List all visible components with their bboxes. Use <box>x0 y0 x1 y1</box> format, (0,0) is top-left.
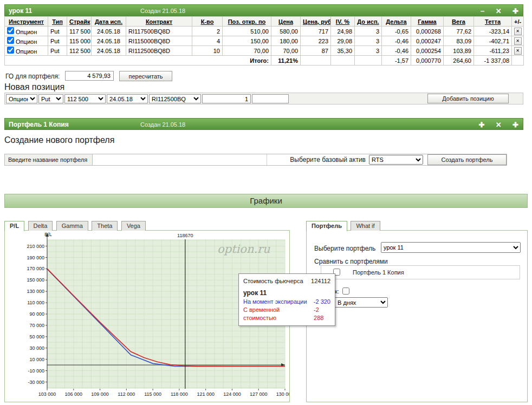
portfolio-select[interactable]: урок 11 <box>381 242 521 253</box>
col-header-theta[interactable]: Тетта <box>474 17 512 27</box>
price-input[interactable] <box>252 94 289 103</box>
svg-text:118 000: 118 000 <box>171 391 188 397</box>
delete-position-button[interactable]: ✕ <box>514 47 522 55</box>
contract-select[interactable]: RI112500BQ <box>149 94 201 103</box>
svg-text:50 000: 50 000 <box>29 334 44 339</box>
col-header-qty[interactable]: К-во <box>192 17 223 27</box>
page: урок 11 Создан 21.05.18 − ✕ ✚ Инструмент… <box>0 0 532 405</box>
svg-text:127 000: 127 000 <box>250 391 268 397</box>
totals-row: Итого: 11,21% -1,57 0,000770 264,60 -1 3… <box>5 56 524 66</box>
date-cell: 24.05.18 <box>92 46 126 56</box>
svg-text:170 000: 170 000 <box>27 266 44 271</box>
col-header-gamma[interactable]: Гамма <box>411 17 444 27</box>
contract-cell: RI117500BQ8D <box>126 27 192 36</box>
col-header-delta[interactable]: Дельта <box>382 17 411 27</box>
svg-text:106 000: 106 000 <box>65 391 83 397</box>
instrument-select[interactable]: Опцион <box>6 94 37 103</box>
position-row: Опцион Put 115 000 24.05.18 RI115000BQ8D… <box>5 36 524 46</box>
portfolio2-panel-header: Портфель 1 Копия Создан 21.05.18 ✚ ✕ ✚ <box>4 118 523 130</box>
type-cell: Put <box>48 36 67 46</box>
position-enabled-checkbox[interactable] <box>7 37 14 44</box>
contract-cell: RI112500BQ8D <box>126 46 192 56</box>
type-cell: Put <box>48 27 67 36</box>
collapse-icon[interactable]: − <box>481 7 485 15</box>
add-position-button[interactable]: Добавить позицию <box>427 94 509 103</box>
price-rub-cell: 223 <box>301 36 331 46</box>
charts-section-header: Графики <box>4 194 528 208</box>
days-cell: 3 <box>355 36 382 46</box>
svg-text:P/L: P/L <box>44 232 52 237</box>
add-icon[interactable]: ✚ <box>512 121 518 129</box>
col-header-exp-date[interactable]: Дата исп. <box>92 17 126 27</box>
compare-portfolios-label: Сравнить с портфелями <box>314 258 388 265</box>
strike-select[interactable]: 112 500 <box>64 94 106 103</box>
svg-text:130 000: 130 000 <box>27 289 44 294</box>
option-type-select[interactable]: Put <box>38 94 63 103</box>
tab-vega[interactable]: Vega <box>121 221 146 231</box>
svg-text:30 000: 30 000 <box>29 345 44 351</box>
col-header-price[interactable]: Цена <box>271 17 301 27</box>
position-row: Опцион Put 112 500 24.05.18 RI112500BQ8D… <box>5 46 524 56</box>
new-portfolio-form: Введите название портфеля Выберите базов… <box>4 154 507 166</box>
gamma-cell: 0,000247 <box>411 36 444 46</box>
col-header-price-rub[interactable]: Цена, руб. <box>301 17 331 27</box>
tab-portfolio[interactable]: Портфель <box>306 221 347 231</box>
col-header-days[interactable]: До исп. <box>355 17 382 27</box>
margin-row: ГО для портфеля: пересчитать <box>4 71 523 82</box>
vega-cell: 77,62 <box>444 27 474 36</box>
col-header-open-price[interactable]: Поз. откр. по <box>223 17 271 27</box>
partial-checkbox[interactable] <box>342 288 349 295</box>
delete-position-button[interactable]: ✕ <box>514 28 522 35</box>
delete-position-button[interactable]: ✕ <box>514 37 522 45</box>
portfolio-name-input[interactable] <box>93 154 267 165</box>
col-header-type[interactable]: Тип <box>48 17 67 27</box>
quantity-input[interactable] <box>202 94 251 103</box>
new-portfolio-title: Создание нового портфеля <box>4 135 114 145</box>
compare-portfolio-item: Портфель 1 Копия <box>321 265 520 279</box>
svg-text:124 000: 124 000 <box>223 391 241 397</box>
date-cell: 24.05.18 <box>92 27 126 36</box>
partially-hidden-option: к: <box>335 288 349 295</box>
totals-vega: 264,60 <box>444 56 474 66</box>
portfolio-name-label: Введите название портфеля <box>5 154 93 165</box>
create-portfolio-button[interactable]: Создать портфель <box>427 154 507 165</box>
gamma-cell: 0,000268 <box>411 27 444 36</box>
delta-cell: -0,65 <box>382 27 411 36</box>
recalculate-button[interactable]: пересчитать <box>119 71 172 81</box>
price-rub-cell: 87 <box>301 46 331 56</box>
tab-gamma[interactable]: Gamma <box>56 221 88 231</box>
period-select[interactable]: В днях <box>335 297 388 308</box>
totals-theta: -1 337,08 <box>474 56 512 66</box>
col-header-instrument[interactable]: Инструмент <box>5 17 48 27</box>
expiry-date-select[interactable]: 24.05.18 <box>107 94 148 103</box>
strike-cell: 112 500 <box>67 46 92 56</box>
position-enabled-checkbox[interactable] <box>7 27 14 34</box>
col-header-contract[interactable]: Контракт <box>126 17 192 27</box>
add-icon[interactable]: ✚ <box>512 7 518 15</box>
margin-value-input[interactable] <box>65 71 114 81</box>
portfolio-title: урок 11 <box>9 7 32 15</box>
tab-what-if[interactable]: What if <box>351 221 380 231</box>
totals-iv: 11,21% <box>271 56 301 66</box>
base-asset-select[interactable]: RTS <box>369 155 423 165</box>
svg-text:150 000: 150 000 <box>27 277 44 283</box>
close-icon[interactable]: ✕ <box>496 121 502 129</box>
tab-pl[interactable]: P/L <box>4 221 24 231</box>
col-header-strike[interactable]: Страйк <box>67 17 92 27</box>
days-cell: 3 <box>355 46 382 56</box>
price-rub-cell: 717 <box>301 27 331 36</box>
chart-tabs: P/L Delta Gamma Theta Vega <box>4 220 147 230</box>
expand-icon[interactable]: ✚ <box>478 121 484 129</box>
close-icon[interactable]: ✕ <box>496 7 502 15</box>
position-enabled-checkbox[interactable] <box>7 47 14 54</box>
tooltip-expiration-value: -2 320 <box>314 298 330 306</box>
tooltip-timevalue-label: С временной стоимостью <box>243 306 314 322</box>
vega-cell: 83,09 <box>444 36 474 46</box>
col-header-vega[interactable]: Вега <box>444 17 474 27</box>
col-header-iv[interactable]: IV. % <box>331 17 355 27</box>
tab-theta[interactable]: Theta <box>92 221 118 231</box>
base-asset-label: Выберите базовый актив <box>290 154 369 165</box>
tab-delta[interactable]: Delta <box>28 221 53 231</box>
svg-text:70 000: 70 000 <box>29 323 44 328</box>
svg-text:103 000: 103 000 <box>38 391 56 397</box>
